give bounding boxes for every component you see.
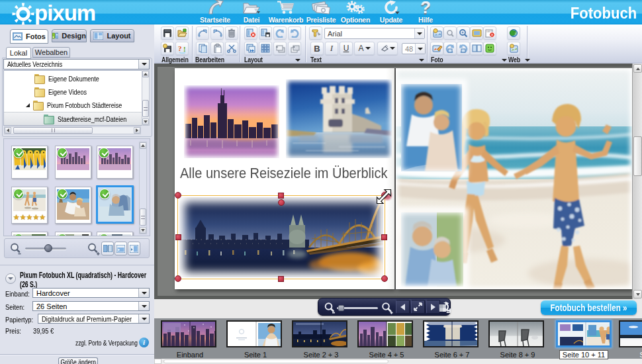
svg-text:!: ! (183, 45, 186, 53)
svg-text:?: ? (178, 44, 182, 52)
